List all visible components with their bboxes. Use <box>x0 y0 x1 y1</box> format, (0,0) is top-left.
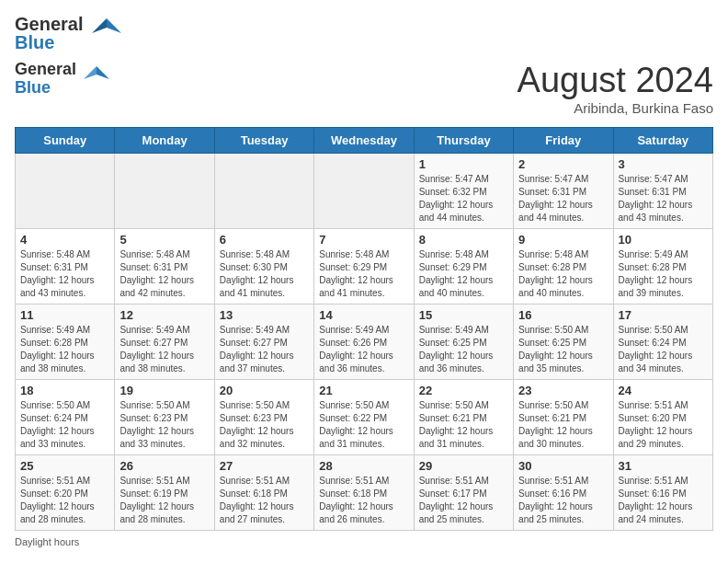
day-info: Sunrise: 5:50 AM Sunset: 6:23 PM Dayligh… <box>220 399 309 451</box>
calendar-day-cell: 26Sunrise: 5:51 AM Sunset: 6:19 PM Dayli… <box>115 455 214 531</box>
day-info: Sunrise: 5:49 AM Sunset: 6:27 PM Dayligh… <box>119 324 209 375</box>
day-info: Sunrise: 5:50 AM Sunset: 6:24 PM Dayligh… <box>619 324 708 375</box>
calendar-day-cell: 31Sunrise: 5:51 AM Sunset: 6:16 PM Dayli… <box>613 455 712 531</box>
day-info: Sunrise: 5:48 AM Sunset: 6:31 PM Dayligh… <box>119 248 209 300</box>
calendar-week-row: 1Sunrise: 5:47 AM Sunset: 6:32 PM Daylig… <box>16 154 713 229</box>
day-info: Sunrise: 5:49 AM Sunset: 6:28 PM Dayligh… <box>20 324 109 375</box>
day-number: 31 <box>619 459 708 473</box>
logo-blue-text: Blue <box>15 79 76 98</box>
calendar-day-cell: 27Sunrise: 5:51 AM Sunset: 6:18 PM Dayli… <box>214 455 313 531</box>
day-number: 27 <box>220 459 309 473</box>
day-of-week-header: Thursday <box>414 128 513 154</box>
day-number: 10 <box>619 233 708 247</box>
day-number: 23 <box>518 384 608 397</box>
day-info: Sunrise: 5:51 AM Sunset: 6:19 PM Dayligh… <box>119 475 209 526</box>
calendar-table: SundayMondayTuesdayWednesdayThursdayFrid… <box>15 127 713 531</box>
day-number: 4 <box>20 233 109 247</box>
calendar-day-cell: 19Sunrise: 5:50 AM Sunset: 6:23 PM Dayli… <box>115 380 214 455</box>
day-number: 15 <box>419 308 508 322</box>
day-of-week-header: Friday <box>514 128 613 154</box>
day-info: Sunrise: 5:48 AM Sunset: 6:30 PM Dayligh… <box>220 248 309 300</box>
day-number: 13 <box>220 308 309 322</box>
day-number: 7 <box>319 233 408 247</box>
day-number: 12 <box>119 308 209 322</box>
day-number: 25 <box>20 459 109 473</box>
day-number: 18 <box>20 384 109 397</box>
day-info: Sunrise: 5:50 AM Sunset: 6:21 PM Dayligh… <box>419 399 508 451</box>
day-info: Sunrise: 5:50 AM Sunset: 6:21 PM Dayligh… <box>518 399 608 451</box>
day-info: Sunrise: 5:50 AM Sunset: 6:25 PM Dayligh… <box>518 324 608 375</box>
logo-bird-svg <box>82 64 111 94</box>
day-info: Sunrise: 5:51 AM Sunset: 6:20 PM Dayligh… <box>619 399 708 451</box>
calendar-day-cell: 4Sunrise: 5:48 AM Sunset: 6:31 PM Daylig… <box>16 229 115 304</box>
calendar-day-cell: 10Sunrise: 5:49 AM Sunset: 6:28 PM Dayli… <box>613 229 712 304</box>
calendar-day-cell: 30Sunrise: 5:51 AM Sunset: 6:16 PM Dayli… <box>514 455 613 531</box>
day-number: 3 <box>619 157 708 171</box>
sub-title: Aribinda, Burkina Faso <box>518 100 713 116</box>
calendar-day-cell: 18Sunrise: 5:50 AM Sunset: 6:24 PM Dayli… <box>16 380 115 455</box>
day-info: Sunrise: 5:51 AM Sunset: 6:17 PM Dayligh… <box>419 475 508 526</box>
calendar-day-cell: 25Sunrise: 5:51 AM Sunset: 6:20 PM Dayli… <box>16 455 115 531</box>
day-info: Sunrise: 5:48 AM Sunset: 6:28 PM Dayligh… <box>518 248 608 300</box>
day-number: 6 <box>220 233 309 247</box>
day-number: 20 <box>220 384 309 397</box>
day-info: Sunrise: 5:49 AM Sunset: 6:26 PM Dayligh… <box>319 324 408 375</box>
calendar-week-row: 4Sunrise: 5:48 AM Sunset: 6:31 PM Daylig… <box>16 229 713 304</box>
day-info: Sunrise: 5:49 AM Sunset: 6:25 PM Dayligh… <box>419 324 508 375</box>
calendar-day-cell: 1Sunrise: 5:47 AM Sunset: 6:32 PM Daylig… <box>414 154 513 229</box>
day-info: Sunrise: 5:51 AM Sunset: 6:18 PM Dayligh… <box>319 475 408 526</box>
day-of-week-header: Sunday <box>16 128 115 154</box>
logo-block: General Blue <box>15 61 111 98</box>
day-info: Sunrise: 5:49 AM Sunset: 6:28 PM Dayligh… <box>619 248 708 300</box>
day-info: Sunrise: 5:50 AM Sunset: 6:22 PM Dayligh… <box>319 399 408 451</box>
title-block: August 2024 Aribinda, Burkina Faso <box>518 61 713 116</box>
day-info: Sunrise: 5:50 AM Sunset: 6:24 PM Dayligh… <box>20 399 109 451</box>
day-info: Sunrise: 5:51 AM Sunset: 6:16 PM Dayligh… <box>619 475 708 526</box>
day-number: 29 <box>419 459 508 473</box>
day-info: Sunrise: 5:47 AM Sunset: 6:31 PM Dayligh… <box>518 173 608 224</box>
main-title: August 2024 <box>518 61 713 100</box>
calendar-day-cell: 13Sunrise: 5:49 AM Sunset: 6:27 PM Dayli… <box>214 304 313 380</box>
day-of-week-header: Monday <box>115 128 214 154</box>
day-number: 17 <box>619 308 708 322</box>
day-number: 21 <box>319 384 408 397</box>
day-number: 9 <box>518 233 608 247</box>
day-info: Sunrise: 5:51 AM Sunset: 6:16 PM Dayligh… <box>518 475 608 526</box>
day-number: 14 <box>319 308 408 322</box>
calendar-day-cell: 20Sunrise: 5:50 AM Sunset: 6:23 PM Dayli… <box>214 380 313 455</box>
day-number: 2 <box>518 157 608 171</box>
calendar-day-cell <box>16 154 115 229</box>
day-number: 11 <box>20 308 109 322</box>
day-number: 8 <box>419 233 508 247</box>
calendar-day-cell: 17Sunrise: 5:50 AM Sunset: 6:24 PM Dayli… <box>613 304 712 380</box>
calendar-day-cell: 29Sunrise: 5:51 AM Sunset: 6:17 PM Dayli… <box>414 455 513 531</box>
svg-marker-3 <box>107 18 121 33</box>
calendar-header-row: SundayMondayTuesdayWednesdayThursdayFrid… <box>16 128 713 154</box>
calendar-day-cell: 5Sunrise: 5:48 AM Sunset: 6:31 PM Daylig… <box>115 229 214 304</box>
day-number: 5 <box>119 233 209 247</box>
day-of-week-header: Tuesday <box>214 128 313 154</box>
day-info: Sunrise: 5:51 AM Sunset: 6:20 PM Dayligh… <box>20 475 109 526</box>
svg-marker-5 <box>97 66 109 79</box>
calendar-day-cell: 3Sunrise: 5:47 AM Sunset: 6:31 PM Daylig… <box>613 154 712 229</box>
day-of-week-header: Wednesday <box>314 128 414 154</box>
logo-general-text: General <box>15 61 76 79</box>
calendar-day-cell: 6Sunrise: 5:48 AM Sunset: 6:30 PM Daylig… <box>214 229 313 304</box>
calendar-day-cell: 7Sunrise: 5:48 AM Sunset: 6:29 PM Daylig… <box>314 229 414 304</box>
day-number: 28 <box>319 459 408 473</box>
calendar-day-cell <box>314 154 414 229</box>
calendar-day-cell <box>214 154 313 229</box>
day-info: Sunrise: 5:48 AM Sunset: 6:29 PM Dayligh… <box>319 248 408 300</box>
calendar-day-cell: 23Sunrise: 5:50 AM Sunset: 6:21 PM Dayli… <box>514 380 613 455</box>
svg-marker-4 <box>92 18 107 33</box>
calendar-day-cell: 21Sunrise: 5:50 AM Sunset: 6:22 PM Dayli… <box>314 380 414 455</box>
day-number: 19 <box>119 384 209 397</box>
day-of-week-header: Saturday <box>613 128 712 154</box>
day-info: Sunrise: 5:49 AM Sunset: 6:27 PM Dayligh… <box>220 324 309 375</box>
calendar-day-cell: 2Sunrise: 5:47 AM Sunset: 6:31 PM Daylig… <box>514 154 613 229</box>
top-header: General Blue August 2024 Aribinda, Burki… <box>15 61 713 116</box>
footer-note: Daylight hours <box>15 536 713 547</box>
day-number: 22 <box>419 384 508 397</box>
calendar-day-cell: 16Sunrise: 5:50 AM Sunset: 6:25 PM Dayli… <box>514 304 613 380</box>
day-number: 1 <box>419 157 508 171</box>
